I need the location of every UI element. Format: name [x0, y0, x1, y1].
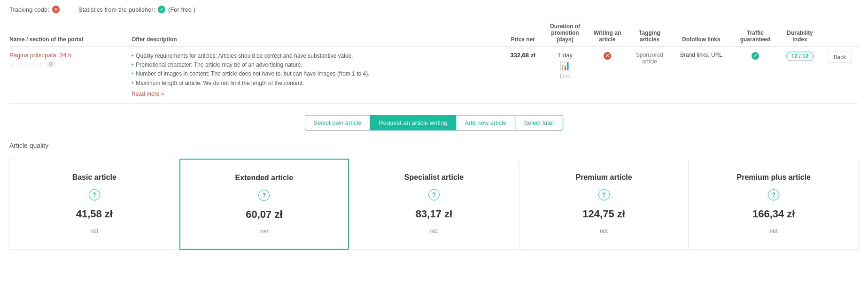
card-basic-net: net [90, 228, 98, 234]
table-header: Name / section of the portal Offer descr… [9, 19, 859, 47]
card-basic-title: Basic article [72, 173, 116, 182]
header-name: Name / section of the portal [9, 36, 132, 43]
sponsored-text: Sponsored article [628, 52, 671, 65]
card-specialist[interactable]: Specialist article ? 83,17 zł net [349, 159, 519, 250]
main-table-section: Name / section of the portal Offer descr… [0, 19, 868, 104]
header-tagging: Tagging articles [628, 30, 671, 43]
card-specialist-info-icon: ? [428, 189, 440, 200]
header-durability: Durability index [779, 30, 821, 43]
card-specialist-title: Specialist article [404, 173, 464, 182]
stats-ok-icon: ✓ [158, 6, 165, 13]
card-premium-plus-price: 166,34 zł [752, 208, 795, 220]
portal-link[interactable]: Pagina principala, 24 h [9, 52, 132, 59]
dofollow-links-text: Brand links, URL [671, 52, 732, 58]
read-more-link[interactable]: Read more » [132, 90, 164, 99]
card-extended-title: Extended article [235, 174, 294, 182]
header-offer: Offer description [132, 36, 502, 43]
card-basic-info-icon: ? [89, 189, 100, 200]
duration-days: 1 day [544, 52, 586, 59]
offer-description-cell: Quality requirements for articles: Artic… [132, 52, 502, 99]
tracking-code-label: Tracking code: [9, 6, 49, 13]
offer-item-4: Maximum length of article: We do not lim… [132, 79, 502, 88]
traffic-cell: ✓ [732, 52, 779, 60]
offer-item-2: Promotional character: The article may b… [132, 61, 502, 69]
stats-note: (For free ) [168, 6, 195, 13]
stats-label: Statistics from the publisher: [78, 6, 155, 13]
link-label: Link [560, 73, 570, 79]
writing-x-icon: ✕ [604, 52, 611, 60]
quality-title: Article quality [9, 142, 859, 149]
star-1: ☆ [9, 61, 16, 68]
quality-cards-grid: Basic article ? 41,58 zł net Extended ar… [9, 159, 859, 250]
rating-count: 0 [46, 61, 55, 68]
dofollow-cell: Brand links, URL [671, 52, 732, 58]
durability-cell: 12 / 12 [779, 52, 821, 61]
card-extended[interactable]: Extended article ? 60,07 zł net [179, 159, 349, 250]
card-specialist-net: net [430, 228, 438, 234]
chart-icon: 📊 [560, 61, 570, 71]
add-new-article-button[interactable]: Add new article [456, 115, 515, 130]
tagging-cell: Sponsored article [628, 52, 671, 65]
header-duration: Duration of promotion (days) [544, 23, 586, 43]
durability-badge: 12 / 12 [786, 52, 814, 61]
tracking-code-error-icon: ✕ [52, 6, 60, 13]
offer-items-list: Quality requirements for articles: Artic… [132, 52, 502, 88]
stats-section: Statistics from the publisher: ✓ (For fr… [78, 6, 195, 13]
header-dofollow: Dofollow links [671, 36, 732, 43]
star-4: ☆ [31, 61, 37, 68]
card-premium-plus[interactable]: Premium plus article ? 166,34 zł net [689, 159, 859, 250]
action-buttons-row: Select own article Request an article wr… [0, 115, 868, 130]
top-bar: Tracking code: ✕ Statistics from the pub… [0, 0, 868, 19]
writing-cell: ✕ [586, 52, 628, 60]
card-specialist-price: 83,17 zł [416, 208, 452, 220]
card-extended-info-icon: ? [258, 190, 270, 201]
request-writing-button[interactable]: Request an article writing [370, 115, 456, 130]
table-row: Pagina principala, 24 h ☆ ☆ ☆ ☆ ☆ 0 Qual… [9, 47, 859, 104]
back-cell: Back [821, 52, 859, 63]
card-premium-title: Premium article [576, 173, 632, 182]
star-3: ☆ [23, 61, 30, 68]
select-own-article-button[interactable]: Select own article [305, 115, 371, 130]
portal-name-cell: Pagina principala, 24 h ☆ ☆ ☆ ☆ ☆ 0 [9, 52, 132, 68]
stars-row: ☆ ☆ ☆ ☆ ☆ 0 [9, 61, 132, 68]
tracking-code-section: Tracking code: ✕ [9, 6, 60, 13]
header-writing: Writing an article [586, 30, 628, 43]
star-5: ☆ [38, 61, 44, 68]
card-extended-price: 60,07 zł [246, 208, 282, 221]
star-2: ☆ [16, 61, 23, 68]
card-premium-plus-info-icon: ? [768, 189, 779, 200]
card-extended-net: net [260, 228, 268, 235]
price-cell: 332,68 zł [502, 52, 544, 59]
back-button[interactable]: Back [828, 52, 852, 63]
offer-item-1: Quality requirements for articles: Artic… [132, 52, 502, 61]
traffic-check-icon: ✓ [752, 52, 759, 60]
offer-item-3: Number of images in content: The article… [132, 69, 502, 78]
card-premium[interactable]: Premium article ? 124,75 zł net [519, 159, 689, 250]
card-premium-price: 124,75 zł [582, 208, 625, 220]
duration-cell: 1 day 📊 Link [544, 52, 586, 79]
card-premium-plus-title: Premium plus article [737, 173, 811, 182]
select-later-button[interactable]: Select later [515, 115, 563, 130]
card-basic[interactable]: Basic article ? 41,58 zł net [9, 159, 179, 250]
header-traffic: Traffic guaranteed [732, 30, 779, 43]
header-price: Price net [502, 36, 544, 43]
card-premium-info-icon: ? [598, 189, 610, 200]
card-premium-net: net [600, 228, 608, 234]
card-basic-price: 41,58 zł [76, 208, 113, 220]
quality-section: Article quality Basic article ? 41,58 zł… [0, 142, 868, 264]
card-premium-plus-net: net [770, 228, 778, 234]
